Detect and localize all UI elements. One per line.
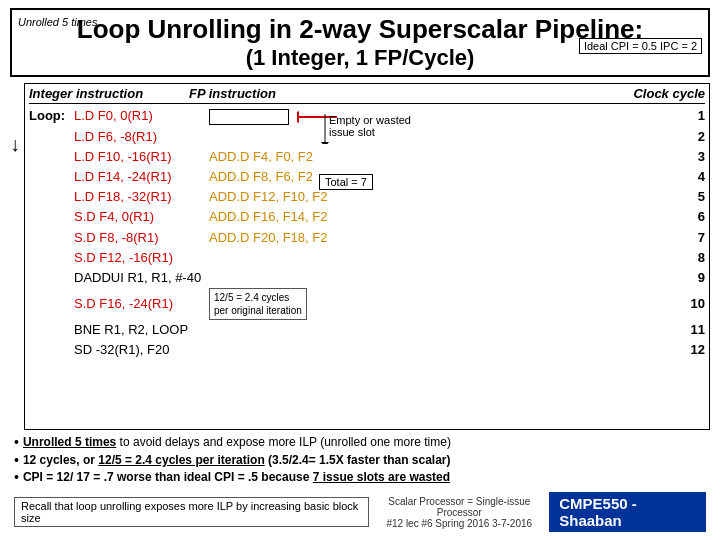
row-fp: 12/5 = 2.4 cyclesper original iteration — [209, 288, 399, 320]
row-fp: ADD.D F12, F10, F2 — [209, 187, 399, 207]
down-arrow-icon: ↓ — [10, 133, 20, 156]
bullets-section: • Unrolled 5 times to avoid delays and e… — [10, 434, 710, 486]
row-clk: 2 — [399, 127, 705, 147]
row-clk: 10 — [399, 294, 705, 314]
table-row: BNE R1, R2, LOOP 11 — [29, 320, 705, 340]
row-clk: 12 — [399, 340, 705, 360]
left-arrow: ↓ — [10, 83, 24, 430]
instruction-rows: Loop: L.D F0, 0(R1) — [29, 106, 705, 360]
table-row: S.D F8, -8(R1) ADD.D F20, F18, F2 7 — [29, 228, 705, 248]
footer: Recall that loop unrolling exposes more … — [10, 490, 710, 534]
row-fp: ADD.D F20, F18, F2 — [209, 228, 399, 248]
row-int: L.D F18, -32(R1) — [74, 187, 209, 207]
row-int: S.D F4, 0(R1) — [74, 207, 209, 227]
row-fp: ADD.D F16, F14, F2 — [209, 207, 399, 227]
unrolled-label: Unrolled 5 times — [18, 16, 97, 28]
row-clk: 6 — [399, 207, 705, 227]
bullet-3: • CPI = 12/ 17 = .7 worse than ideal CPI… — [14, 469, 706, 485]
table-row: DADDUI R1, R1, #-40 9 — [29, 268, 705, 288]
bullet-1: • Unrolled 5 times to avoid delays and e… — [14, 434, 706, 450]
slide: Unrolled 5 times Loop Unrolling in 2-way… — [0, 0, 720, 540]
column-headers: Integer instruction FP instruction Clock… — [29, 86, 705, 104]
bullet-dot: • — [14, 452, 19, 468]
row-fp: ADD.D F4, F0, F2 — [209, 147, 399, 167]
ref-label: #12 lec #6 Spring 2016 3-7-2016 — [369, 518, 549, 529]
bullet1-rest: to avoid delays and expose more ILP (unr… — [120, 435, 451, 449]
bullet-dot: • — [14, 469, 19, 485]
recall-box: Recall that loop unrolling exposes more … — [14, 497, 369, 527]
ideal-cpi: Ideal CPI = 0.5 IPC = 2 — [579, 38, 702, 54]
total-box: Total = 7 — [319, 174, 373, 190]
table-row: S.D F12, -16(R1) 8 — [29, 248, 705, 268]
row-int: BNE R1, R2, LOOP — [74, 320, 209, 340]
row-int: SD -32(R1), F20 — [74, 340, 209, 360]
row-clk: 11 — [399, 320, 705, 340]
row-clk: 5 — [399, 187, 705, 207]
table-row: S.D F16, -24(R1) 12/5 = 2.4 cyclesper or… — [29, 288, 705, 320]
row-label: Loop: — [29, 106, 74, 126]
main-content: ↓ Integer instruction FP instruction Clo… — [10, 83, 710, 430]
row-int: S.D F16, -24(R1) — [74, 294, 209, 314]
bullet-dot: • — [14, 434, 19, 450]
bullet-2: • 12 cycles, or 12/5 = 2.4 cycles per it… — [14, 452, 706, 468]
row-int: L.D F10, -16(R1) — [74, 147, 209, 167]
row-clk: 3 — [399, 147, 705, 167]
course-label: CMPE550 - Shaaban — [549, 492, 706, 532]
empty-slot-label: Empty or wastedissue slot — [329, 114, 411, 138]
row-clk: 4 — [399, 167, 705, 187]
col-clk-header: Clock cycle — [379, 86, 705, 101]
bullet-text: Unrolled 5 times to avoid delays and exp… — [23, 434, 451, 450]
bullet-text: 12 cycles, or 12/5 = 2.4 cycles per iter… — [23, 452, 451, 468]
iteration-note: 12/5 = 2.4 cyclesper original iteration — [209, 288, 307, 320]
row-int: L.D F14, -24(R1) — [74, 167, 209, 187]
row-int: L.D F0, 0(R1) — [74, 106, 209, 126]
footer-center-block: Scalar Processor = Single-issue Processo… — [369, 496, 549, 529]
row-clk: 8 — [399, 248, 705, 268]
col-fp-header: FP instruction — [189, 86, 379, 101]
row-int: S.D F8, -8(R1) — [74, 228, 209, 248]
table-row: SD -32(R1), F20 12 — [29, 340, 705, 360]
empty-box — [209, 109, 289, 125]
scalar-label: Scalar Processor = Single-issue Processo… — [369, 496, 549, 518]
bullet1-bold1: Unrolled 5 times — [23, 435, 116, 449]
table-row: S.D F4, 0(R1) ADD.D F16, F14, F2 6 — [29, 207, 705, 227]
row-int: S.D F12, -16(R1) — [74, 248, 209, 268]
row-int: L.D F6, -8(R1) — [74, 127, 209, 147]
row-clk: 1 — [399, 106, 705, 126]
bullet3-bold: CPI = 12/ 17 = .7 worse than ideal CPI =… — [23, 470, 450, 484]
row-clk: 9 — [399, 268, 705, 288]
bullet-text: CPI = 12/ 17 = .7 worse than ideal CPI =… — [23, 469, 450, 485]
table-area: Integer instruction FP instruction Clock… — [24, 83, 710, 430]
row-int: DADDUI R1, R1, #-40 — [74, 268, 209, 288]
title-block: Unrolled 5 times Loop Unrolling in 2-way… — [10, 8, 710, 77]
bullet2-bold: 12 cycles, or 12/5 = 2.4 cycles per iter… — [23, 453, 451, 467]
table-row: L.D F10, -16(R1) ADD.D F4, F0, F2 3 — [29, 147, 705, 167]
table-row: L.D F18, -32(R1) ADD.D F12, F10, F2 5 — [29, 187, 705, 207]
row-clk: 7 — [399, 228, 705, 248]
col-int-header: Integer instruction — [29, 86, 189, 101]
svg-marker-3 — [321, 142, 329, 144]
